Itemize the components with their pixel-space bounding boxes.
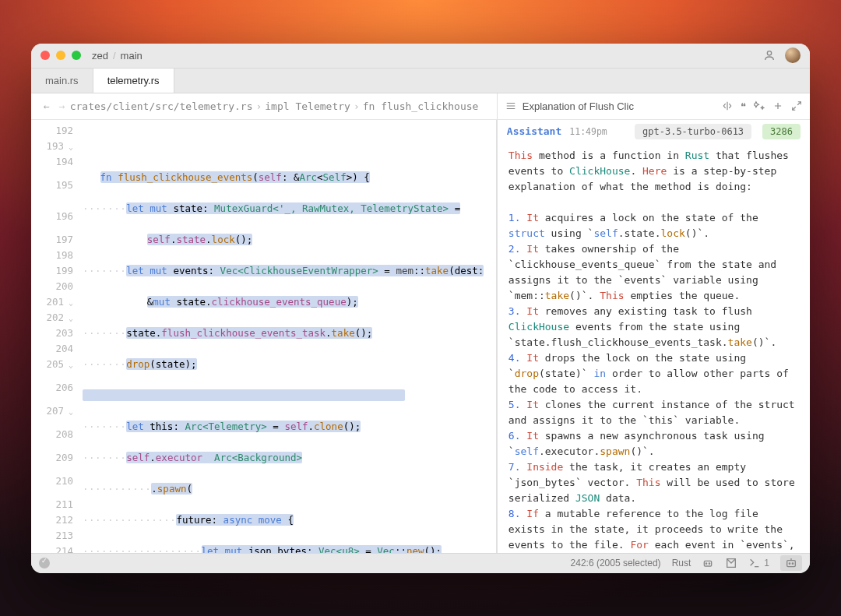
tab-main-rs[interactable]: main.rs bbox=[31, 69, 93, 93]
language-mode[interactable]: Rust bbox=[672, 558, 691, 568]
panel-header: Explanation of Flush Clic ❝ bbox=[498, 93, 810, 120]
breadcrumb-toolbar: ← → crates/client/src/telemetry.rs › imp… bbox=[31, 93, 497, 120]
magic-icon[interactable] bbox=[754, 100, 765, 111]
assistant-status-icon[interactable] bbox=[780, 555, 802, 571]
svg-point-11 bbox=[709, 563, 710, 564]
breadcrumb-fn[interactable]: fn flush_clickhouse bbox=[363, 100, 479, 112]
copilot-icon[interactable] bbox=[702, 557, 714, 569]
model-pill[interactable]: gpt-3.5-turbo-0613 bbox=[635, 124, 751, 139]
svg-point-15 bbox=[789, 563, 790, 564]
terminal-icon[interactable]: 1 bbox=[748, 557, 769, 569]
branch-name[interactable]: main bbox=[121, 50, 143, 62]
cursor-position[interactable]: 242:6 (2005 selected) bbox=[571, 558, 661, 568]
svg-point-16 bbox=[792, 563, 793, 564]
hamburger-icon[interactable] bbox=[505, 100, 516, 111]
svg-line-8 bbox=[793, 107, 796, 110]
panel-meta: Assistant 11:49pm gpt-3.5-turbo-0613 328… bbox=[498, 120, 810, 143]
message-time: 11:49pm bbox=[569, 126, 607, 137]
nav-back-button[interactable]: ← bbox=[39, 100, 55, 112]
app-window: zed / main main.rs telemetry.rs ← → crat… bbox=[31, 44, 810, 573]
nav-forward-button[interactable]: → bbox=[55, 100, 70, 112]
maximize-icon[interactable] bbox=[791, 100, 802, 111]
gutter: 192 193⌄ 194 195 196 197 198 199 200 201… bbox=[31, 120, 79, 553]
zoom-window-button[interactable] bbox=[72, 51, 81, 60]
panel-body[interactable]: This method is a function in Rust that f… bbox=[498, 143, 810, 553]
svg-point-10 bbox=[706, 563, 707, 564]
diagnostics-ok-icon[interactable] bbox=[39, 558, 50, 568]
tabbar: main.rs telemetry.rs bbox=[31, 69, 810, 93]
breadcrumb-impl[interactable]: impl Telemetry bbox=[265, 100, 350, 112]
split-icon[interactable] bbox=[722, 100, 733, 111]
file-path[interactable]: crates/client/src/telemetry.rs bbox=[70, 100, 253, 112]
feedback-icon[interactable] bbox=[725, 557, 737, 569]
user-icon[interactable] bbox=[763, 49, 776, 62]
svg-rect-13 bbox=[787, 561, 796, 567]
traffic-lights bbox=[40, 51, 81, 60]
avatar[interactable] bbox=[785, 48, 801, 63]
assistant-panel: Explanation of Flush Clic ❝ Assistant bbox=[498, 93, 810, 553]
titlebar: zed / main bbox=[31, 44, 810, 69]
app-name: zed bbox=[92, 50, 108, 62]
statusbar: 242:6 (2005 selected) Rust 1 bbox=[31, 553, 810, 573]
role-label[interactable]: Assistant bbox=[507, 125, 561, 137]
close-window-button[interactable] bbox=[40, 51, 50, 60]
editor-pane: ← → crates/client/src/telemetry.rs › imp… bbox=[31, 93, 498, 553]
svg-line-7 bbox=[797, 102, 801, 105]
editor[interactable]: 192 193⌄ 194 195 196 197 198 199 200 201… bbox=[31, 120, 497, 553]
svg-point-0 bbox=[767, 51, 771, 55]
breadcrumb-separator: / bbox=[113, 50, 116, 62]
token-pill: 3286 bbox=[762, 124, 801, 139]
main-split: ← → crates/client/src/telemetry.rs › imp… bbox=[31, 93, 810, 553]
plus-icon[interactable] bbox=[772, 100, 783, 111]
panel-title: Explanation of Flush Clic bbox=[523, 100, 634, 112]
tab-telemetry-rs[interactable]: telemetry.rs bbox=[93, 69, 174, 93]
minimize-window-button[interactable] bbox=[56, 51, 65, 60]
code-area[interactable]: fn flush_clickhouse_events(self: &Arc<Se… bbox=[79, 120, 496, 553]
quote-icon[interactable]: ❝ bbox=[741, 100, 746, 112]
